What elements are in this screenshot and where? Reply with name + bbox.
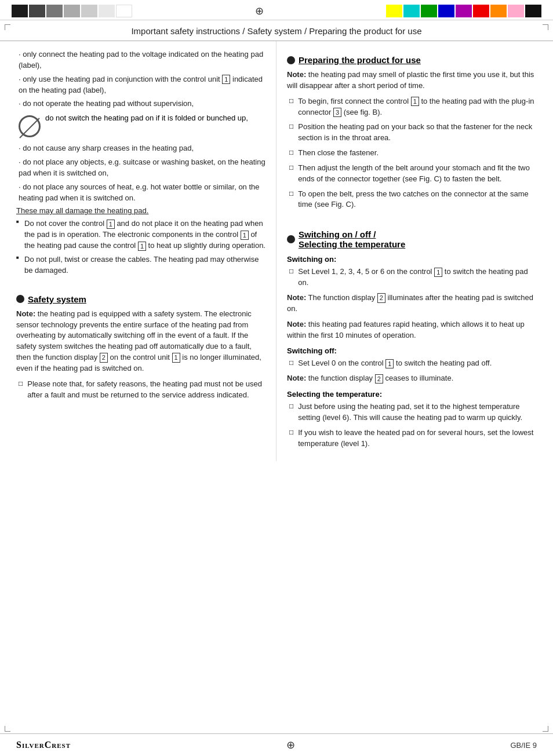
checkbox-item: □ If you wish to leave the heated pad on…: [287, 428, 540, 450]
inline-ref: 1: [411, 97, 419, 106]
bullet-item: only connect the heating pad to the volt…: [16, 49, 265, 71]
bullet-item: do not place any objects, e.g. suitcase …: [16, 157, 265, 179]
note-label: Note:: [287, 320, 306, 328]
inline-ref: 2: [375, 374, 383, 384]
safety-checkbox-list: □ Please note that, for safety reasons, …: [16, 379, 265, 401]
preparing-label: Preparing the product for use: [299, 55, 421, 65]
color-block: [456, 5, 472, 17]
inline-ref: 1: [241, 231, 249, 240]
color-blocks-right: [386, 5, 541, 17]
page: ⊕ Important safety instructions / Safety…: [0, 0, 553, 756]
main-content: only connect the heating pad to the volt…: [0, 41, 553, 461]
checkbox-text: Then adjust the length of the belt aroun…: [298, 163, 540, 185]
checkbox-text: Set Level 0 on the control 1 to switch t…: [298, 358, 492, 369]
inline-ref: 1: [107, 220, 115, 229]
checkbox-item: □ Position the heating pad on your back …: [287, 122, 540, 144]
inline-ref: 1: [434, 268, 442, 277]
color-block: [508, 5, 524, 17]
note-label: Note:: [287, 293, 306, 302]
checkbox-symbol: □: [19, 379, 23, 388]
checkbox-text: Just before using the heating pad, set i…: [298, 401, 540, 423]
switching-off-note: Note: the function display 2 ceases to i…: [287, 373, 540, 384]
bullet-item: do not operate the heating pad without s…: [16, 98, 265, 109]
checkbox-text: Position the heating pad on your back so…: [298, 122, 540, 144]
corner-mark-br: [543, 726, 548, 732]
page-footer: SilverCrest ⊕ GB/IE 9: [0, 733, 553, 756]
inline-ref: 1: [385, 359, 394, 368]
color-block: [403, 5, 420, 17]
square-bullet-item: Do not pull, twist or crease the cables.…: [16, 254, 265, 276]
corner-mark-bl: [5, 726, 10, 732]
inline-ref: 1: [172, 353, 180, 362]
color-block: [490, 5, 507, 17]
checkbox-item: □ Then adjust the length of the belt aro…: [287, 163, 540, 185]
switching-on-note2: Note: this heating pad features rapid he…: [287, 319, 540, 341]
color-block: [29, 5, 45, 17]
checkbox-symbol: □: [289, 428, 293, 436]
section-dot: [287, 56, 295, 64]
checkbox-symbol: □: [289, 163, 293, 171]
checkbox-symbol: □: [289, 189, 293, 198]
checkbox-text: To begin, first connect the control 1 to…: [298, 96, 540, 118]
switching-label: Switching on / off /Selecting the temper…: [299, 229, 405, 249]
checkbox-item: □ Set Level 1, 2, 3, 4, 5 or 6 on the co…: [287, 266, 540, 288]
preparing-checkbox-list: □ To begin, first connect the control 1 …: [287, 96, 540, 211]
safety-system-label: Safety system: [28, 294, 86, 304]
checkbox-symbol: □: [289, 122, 293, 130]
checkbox-text: To open the belt, press the two catches …: [298, 189, 540, 211]
color-block: [421, 5, 437, 17]
checkbox-item: □ To open the belt, press the two catche…: [287, 189, 540, 211]
color-block: [116, 5, 132, 17]
brand-logo: SilverCrest: [16, 740, 71, 750]
note-label: Note:: [287, 374, 306, 382]
damage-note: These may all damage the heating pad.: [16, 206, 265, 215]
checkbox-item: □ Please note that, for safety reasons, …: [16, 379, 265, 401]
switching-title: Switching on / off /Selecting the temper…: [287, 229, 540, 249]
preparing-note: Note: the heating pad may smell of plast…: [287, 70, 540, 92]
page-header: Important safety instructions / Safety s…: [0, 20, 553, 41]
color-blocks-left: [12, 5, 132, 17]
checkbox-text: Then close the fastener.: [298, 148, 379, 159]
color-block: [12, 5, 28, 17]
color-block: [46, 5, 63, 17]
section-dot: [287, 235, 295, 243]
icon-row: do not switch the heating pad on if it i…: [16, 113, 265, 140]
bullet-item: do not cause any sharp creases in the he…: [16, 143, 265, 154]
corner-mark-tr: [543, 24, 548, 30]
inline-ref: 1: [222, 75, 230, 84]
selecting-temp-title: Selecting the temperature:: [287, 390, 540, 399]
checkbox-symbol: □: [289, 97, 293, 105]
inline-ref: 2: [100, 353, 108, 362]
color-block: [473, 5, 489, 17]
switching-off-title: Switching off:: [287, 346, 540, 355]
safety-system-note: Note: the heating pad is equipped with a…: [16, 309, 265, 374]
corner-mark-tl: [5, 24, 10, 30]
inline-ref: 2: [377, 293, 385, 302]
page-number: GB/IE 9: [510, 741, 537, 750]
color-bar-top: ⊕: [0, 0, 553, 20]
right-column: Preparing the product for use Note: the …: [276, 41, 553, 461]
preparing-title: Preparing the product for use: [287, 55, 540, 65]
note-label: Note:: [16, 309, 35, 318]
checkbox-symbol: □: [289, 267, 293, 275]
checkbox-text: If you wish to leave the heated pad on f…: [298, 428, 540, 450]
color-block: [386, 5, 402, 17]
checkbox-item: □ Set Level 0 on the control 1 to switch…: [287, 358, 540, 369]
color-block: [525, 5, 541, 17]
checkbox-item: □ Then close the fastener.: [287, 148, 540, 159]
bullet-item: do not place any sources of heat, e.g. h…: [16, 182, 265, 204]
color-block: [438, 5, 454, 17]
checkbox-text: Please note that, for safety reasons, th…: [27, 379, 265, 401]
switching-on-title: Switching on:: [287, 255, 540, 264]
crosshair-center: ⊕: [132, 5, 386, 17]
square-bullet-item: Do not cover the control 1 and do not pl…: [16, 218, 265, 251]
no-switch-icon: [19, 115, 41, 137]
color-block: [64, 5, 80, 17]
bottom-crosshair: ⊕: [286, 739, 295, 751]
inline-ref: 1: [138, 242, 146, 251]
checkbox-text: Set Level 1, 2, 3, 4, 5 or 6 on the cont…: [298, 266, 540, 288]
switching-on-note1: Note: The function display 2 illuminates…: [287, 293, 540, 315]
bullet-item: only use the heating pad in conjunction …: [16, 74, 265, 96]
checkbox-item: □ To begin, first connect the control 1 …: [287, 96, 540, 118]
checkbox-symbol: □: [289, 148, 293, 156]
